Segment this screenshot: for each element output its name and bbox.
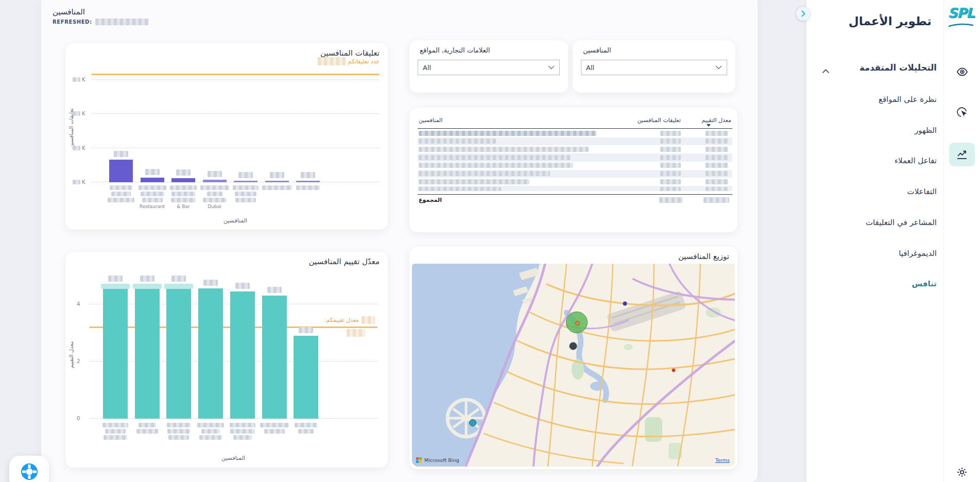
- category-label-fragment: Dubai: [208, 204, 221, 209]
- redacted-category-label: [131, 423, 164, 434]
- redacted-comments-value: [660, 187, 681, 191]
- bar-2[interactable]: [141, 178, 164, 182]
- redacted-data-label: [145, 169, 160, 175]
- support-widget-button[interactable]: [9, 456, 49, 482]
- dashboard-page: المنافسين REFRESHED: تعليقات المنافسين ع…: [0, 0, 980, 482]
- redacted-data-label: [108, 276, 123, 282]
- redacted-rating-value: [706, 131, 728, 136]
- competitor-location[interactable]: [469, 419, 476, 426]
- bar-selection-cap: [133, 284, 162, 289]
- bar-7[interactable]: [294, 336, 318, 419]
- bar-6[interactable]: [262, 296, 287, 419]
- comments-chart-plot[interactable]: KKKK: [91, 62, 380, 182]
- table-row-8[interactable]: [418, 186, 732, 191]
- bar-1[interactable]: [103, 284, 128, 419]
- competition-analytics-tab-active[interactable]: [949, 143, 975, 166]
- competitor-location[interactable]: [623, 301, 627, 306]
- redacted-data-label: [140, 276, 154, 282]
- redacted-rating-value: [706, 171, 728, 176]
- redacted-rating-value: [706, 155, 728, 160]
- redacted-comments-value: [660, 131, 681, 136]
- redacted-comments-value: [660, 163, 681, 168]
- bar-6[interactable]: [265, 181, 289, 182]
- bar-3[interactable]: [166, 284, 191, 419]
- redacted-rating-value: [706, 139, 728, 144]
- redacted-data-label: [299, 327, 313, 333]
- redacted-category-label: [261, 185, 294, 190]
- logo-swoosh: [948, 23, 974, 27]
- sidebar-item-8[interactable]: تنافس: [912, 279, 937, 288]
- redacted-data-label: [208, 171, 222, 177]
- bar-3[interactable]: [171, 178, 195, 182]
- table-row-3[interactable]: [418, 145, 732, 153]
- redacted-competitor-name: [419, 163, 573, 168]
- column-header-competitors[interactable]: المنافسين: [419, 117, 442, 124]
- redacted-comments-value: [660, 171, 681, 176]
- chevron-down-icon: [715, 65, 722, 70]
- bar-7[interactable]: [296, 181, 320, 182]
- redacted-total-rating: [703, 197, 729, 203]
- chart-title: تعليقات المنافسين: [320, 48, 380, 58]
- redacted-ref-value: [347, 329, 365, 337]
- sidebar-item-2[interactable]: نظرة على المواقع: [879, 95, 937, 104]
- bar-5[interactable]: [230, 291, 255, 419]
- chevron-up-icon[interactable]: [822, 66, 830, 76]
- sidebar-item-7[interactable]: الديموغرافيا: [899, 249, 937, 258]
- gridline: [91, 79, 380, 80]
- y-tick: 4: [77, 301, 89, 307]
- chevron-down-icon: [548, 65, 555, 70]
- redacted-category-label: [291, 185, 324, 190]
- table-row-2[interactable]: [418, 137, 732, 146]
- lifebuoy-icon: [21, 463, 38, 480]
- table-row-6[interactable]: [418, 170, 732, 178]
- column-header-comments[interactable]: تعليقات المنافسين: [638, 117, 681, 124]
- competitor-comments-card: تعليقات المنافسين عدد تعليقاتكم تعليقات …: [65, 43, 388, 230]
- table-row-4[interactable]: [418, 153, 732, 162]
- slicer-label: المنافسين: [583, 46, 611, 54]
- redacted-ref-value: [362, 316, 375, 324]
- settings-gear-icon[interactable]: [956, 466, 968, 478]
- engagement-cursor-icon[interactable]: [956, 106, 968, 118]
- bar-4[interactable]: [198, 288, 223, 419]
- brands-locations-dropdown[interactable]: All: [418, 60, 560, 75]
- bar-1[interactable]: [109, 160, 133, 182]
- sidebar-item-6[interactable]: المشاعر في التعليقات: [866, 218, 937, 227]
- redacted-rating-value: [706, 179, 728, 184]
- category-label-fragment: & Bar: [177, 204, 190, 209]
- sidebar-item-4[interactable]: تفاعل العملاء: [895, 156, 937, 165]
- competitor-location[interactable]: [672, 368, 676, 372]
- table-total-row: المجموع: [418, 196, 732, 205]
- refreshed-label: REFRESHED:: [53, 19, 92, 25]
- sidebar-item-1[interactable]: التحليلات المتقدمة: [859, 63, 937, 73]
- bing-map[interactable]: Microsoft Bing Terms: [412, 264, 735, 467]
- redacted-category-label: [194, 423, 227, 440]
- redacted-category-label: & Bar: [167, 185, 200, 209]
- visibility-eye-icon[interactable]: [956, 65, 968, 78]
- redacted-comments-value: [660, 139, 681, 144]
- redacted-comments-value: [660, 155, 681, 160]
- bar-5[interactable]: [234, 181, 257, 182]
- table-row-1[interactable]: [418, 129, 732, 137]
- redacted-data-label: [238, 172, 253, 178]
- bar-2[interactable]: [135, 284, 160, 419]
- x-axis-title: المنافسين: [91, 217, 380, 224]
- table-row-7[interactable]: [418, 178, 732, 186]
- map-title: توزيع المنافسين: [678, 252, 729, 261]
- redacted-category-label: Dubai: [198, 185, 231, 209]
- sidebar-item-5[interactable]: التفاعلات: [907, 187, 937, 196]
- rating-chart-plot[interactable]: 024: [89, 283, 377, 419]
- redacted-data-label: [176, 169, 191, 176]
- bar-4[interactable]: [203, 180, 227, 182]
- table-row-5[interactable]: [418, 162, 732, 170]
- competitor-location[interactable]: [569, 342, 577, 350]
- redacted-data-label: [301, 172, 315, 178]
- app-logo[interactable]: SPL: [946, 6, 976, 29]
- competitors-dropdown[interactable]: All: [581, 60, 727, 75]
- reference-line: [91, 74, 380, 75]
- sidebar-collapse-button[interactable]: [796, 7, 810, 21]
- sidebar-item-3[interactable]: الظهور: [915, 126, 937, 135]
- redacted-data-label: [114, 151, 128, 157]
- column-header-rating[interactable]: معدل التقييم: [701, 117, 731, 124]
- competitor-location-large[interactable]: [566, 312, 588, 333]
- map-terms-link[interactable]: Terms: [715, 457, 730, 463]
